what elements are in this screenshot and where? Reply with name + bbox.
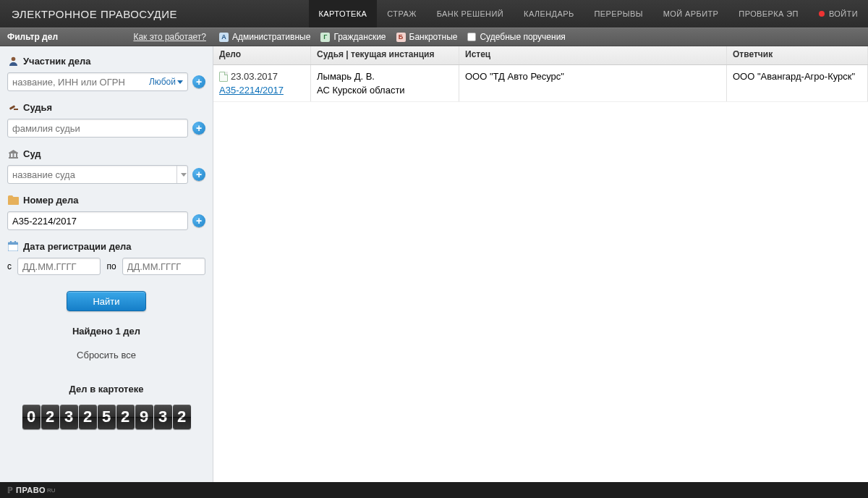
judge-input[interactable] (12, 123, 183, 134)
court-dropdown-toggle[interactable] (176, 166, 190, 183)
nav-bank-resheniy[interactable]: БАНК РЕШЕНИЙ (427, 0, 514, 28)
counter-digit: 5 (98, 405, 116, 429)
svg-rect-3 (9, 153, 11, 157)
th-plaintiff[interactable]: Истец (459, 46, 727, 64)
reg-date-label-text: Дата регистрации дела (23, 241, 132, 252)
participant-input-wrapper: Любой (7, 72, 188, 91)
th-defendant[interactable]: Ответчик (727, 46, 868, 64)
counter-digit: 2 (173, 405, 191, 429)
svg-rect-8 (8, 242, 18, 245)
counter-digit: 0 (22, 405, 41, 429)
add-judge-button[interactable]: + (192, 122, 205, 135)
civil-badge-icon: Г (320, 33, 330, 42)
date-to-input-wrapper (122, 258, 205, 275)
search-button[interactable]: Найти (67, 291, 146, 311)
svg-rect-9 (10, 241, 12, 243)
courthouse-icon (7, 148, 19, 159)
court-label-text: Суд (23, 148, 41, 159)
svg-rect-10 (14, 241, 16, 243)
th-case[interactable]: Дело (213, 46, 311, 64)
filter-title: Фильтр дел (7, 32, 58, 42)
participant-label-text: Участник дела (23, 56, 90, 67)
tab-court-order[interactable]: Судебные поручения (467, 32, 565, 42)
counter-digit: 3 (60, 405, 78, 429)
svg-rect-2 (14, 109, 18, 110)
participant-section-label: Участник дела (7, 55, 205, 67)
nav-proverka-ep[interactable]: ПРОВЕРКА ЭП (728, 0, 809, 28)
reset-all-link[interactable]: Сбросить все (7, 350, 205, 360)
brand-name: ПРАВО (16, 486, 46, 494)
svg-point-0 (11, 56, 15, 61)
tab-administrative-label: Административные (232, 32, 310, 42)
login-link[interactable]: ВОЙТИ (809, 0, 868, 28)
judge-section-label: Судья (7, 101, 205, 113)
case-type-tabs: ААдминистративные ГГражданские ББанкротн… (213, 32, 566, 42)
document-icon (219, 72, 228, 82)
add-participant-button[interactable]: + (192, 75, 205, 88)
counter-digit: 3 (154, 405, 172, 429)
bottom-bar: ℙ ПРАВО RU (0, 482, 868, 498)
chevron-down-icon (177, 80, 183, 84)
results-table: Дело Судья | текущая инстанция Истец Отв… (213, 46, 868, 482)
case-number-input-wrapper (7, 211, 188, 230)
participant-type-dropdown[interactable]: Любой (149, 77, 183, 87)
add-court-button[interactable]: + (192, 168, 205, 181)
svg-rect-5 (16, 153, 17, 157)
table-row[interactable]: 23.03.2017 А35-2214/2017 Лымарь Д. В. АС… (213, 65, 868, 102)
admin-badge-icon: А (219, 33, 229, 42)
case-counter: 023252932 (7, 405, 205, 429)
counter-digit: 2 (79, 405, 97, 429)
reg-date-section-label: Дата регистрации дела (7, 240, 205, 252)
case-number-link[interactable]: А35-2214/2017 (219, 85, 284, 96)
judge-input-wrapper (7, 119, 188, 138)
brand-icon: ℙ (7, 486, 13, 495)
counter-digit: 9 (135, 405, 153, 429)
court-input[interactable] (12, 169, 176, 180)
bankrupt-badge-icon: Б (396, 33, 406, 42)
nav-kalendar[interactable]: КАЛЕНДАРЬ (514, 0, 584, 28)
date-to-input[interactable] (127, 261, 200, 272)
date-from-input[interactable] (22, 261, 95, 272)
nav-pereryvy[interactable]: ПЕРЕРЫВЫ (584, 0, 653, 28)
person-icon (7, 55, 19, 67)
th-judge[interactable]: Судья | текущая инстанция (311, 46, 459, 64)
checkbox-icon (467, 33, 476, 41)
how-it-works-link[interactable]: Как это работает? (133, 32, 206, 42)
defendant-name: ООО "Авангард-Агро-Курск" (733, 71, 855, 82)
court-section-label: Суд (7, 148, 205, 159)
tab-civil-label: Гражданские (333, 32, 386, 42)
folder-icon (7, 194, 19, 206)
nav-moy-arbitr[interactable]: МОЙ АРБИТР (653, 0, 729, 28)
participant-input[interactable] (12, 77, 146, 88)
tab-bankrupt-label: Банкротные (409, 32, 458, 42)
court-input-wrapper (7, 165, 188, 184)
add-case-number-button[interactable]: + (192, 214, 205, 227)
case-number-section-label: Номер дела (7, 194, 205, 206)
plaintiff-name: ООО "ТД Авто Ресурс" (465, 71, 564, 82)
court-name: АС Курской области (317, 85, 405, 96)
counter-title: Дел в картотеке (7, 384, 205, 394)
login-status-icon (819, 11, 825, 17)
counter-digit: 2 (41, 405, 59, 429)
filter-title-block: Фильтр дел Как это работает? (0, 32, 213, 42)
app-logo: ЭЛЕКТРОННОЕ ПРАВОСУДИЕ (0, 8, 189, 20)
date-from-label: с (7, 261, 12, 271)
brand-suffix: RU (47, 487, 56, 494)
svg-rect-4 (12, 153, 14, 157)
case-number-label-text: Номер дела (23, 195, 79, 206)
case-date: 23.03.2017 (219, 71, 278, 82)
tab-civil[interactable]: ГГражданские (320, 32, 386, 42)
top-bar: ЭЛЕКТРОННОЕ ПРАВОСУДИЕ КАРТОТЕКА СТРАЖ Б… (0, 0, 868, 28)
tab-administrative[interactable]: ААдминистративные (219, 32, 310, 42)
calendar-icon (7, 240, 19, 252)
svg-rect-6 (9, 157, 18, 159)
case-number-input[interactable] (12, 216, 183, 227)
results-count: Найдено 1 дел (7, 326, 205, 337)
nav-strazh[interactable]: СТРАЖ (377, 0, 426, 28)
table-header: Дело Судья | текущая инстанция Истец Отв… (213, 46, 868, 65)
tab-court-order-label: Судебные поручения (480, 32, 565, 42)
tab-bankrupt[interactable]: ББанкротные (396, 32, 458, 42)
judge-label-text: Судья (23, 102, 52, 113)
nav-kartoteka[interactable]: КАРТОТЕКА (309, 0, 378, 28)
filter-sidebar: Участник дела Любой + Судья + Суд (0, 46, 213, 482)
